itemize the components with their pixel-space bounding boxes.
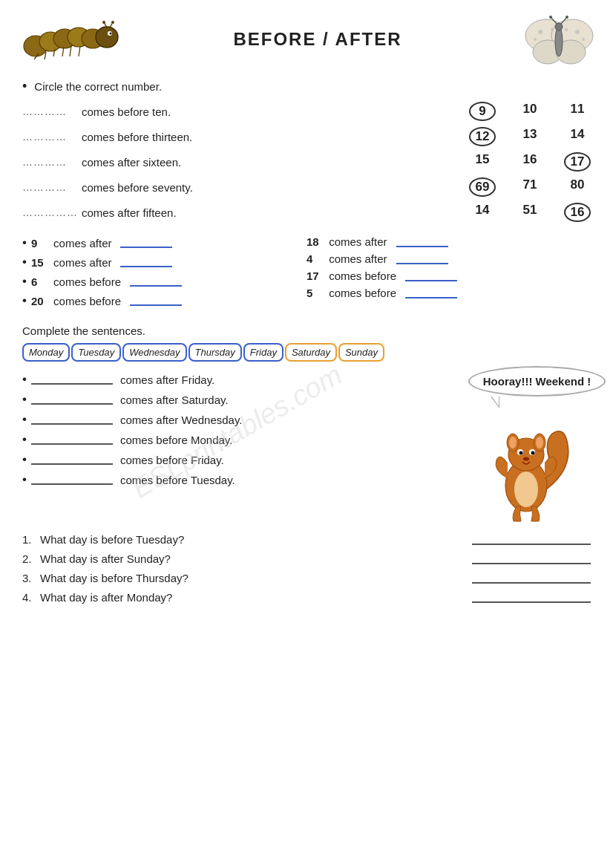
svg-point-7 — [110, 32, 112, 34]
fill-line — [120, 238, 172, 248]
circle-option[interactable]: 9 — [469, 102, 496, 121]
circle-row: …………comes before ten.91011 — [22, 102, 591, 121]
svg-point-24 — [565, 28, 568, 31]
sentence-row: • comes before Friday. — [22, 452, 461, 467]
day-box: Friday — [243, 343, 283, 362]
sentence-blank — [31, 454, 113, 465]
day-box: Monday — [22, 343, 70, 362]
svg-point-5 — [96, 27, 118, 48]
fill-row-left: • 9 comes after — [22, 235, 306, 250]
question-answer-line — [472, 593, 591, 603]
fill-num: 15 — [31, 256, 47, 269]
sentence-blank — [31, 414, 113, 425]
day-box: Wednesday — [122, 343, 186, 362]
fill-line — [405, 288, 457, 298]
sentence-text: comes before Friday. — [120, 454, 224, 466]
bullet-icon: • — [22, 392, 27, 407]
circle-dots: ………… — [22, 131, 82, 143]
bullet-icon: • — [22, 412, 27, 427]
fill-phrase: comes after — [50, 237, 112, 249]
questions-container: 1. What day is before Tuesday? 2. What d… — [22, 533, 591, 604]
fill-row-right: 4 comes after — [306, 252, 591, 265]
circle-option[interactable]: 71 — [517, 177, 543, 197]
complete-label: Complete the sentences. — [22, 324, 591, 337]
fill-num: 9 — [31, 237, 47, 249]
fill-two-col: • 9 comes after • 15 comes after • 6 com… — [22, 235, 591, 313]
circle-option[interactable]: 14 — [469, 203, 496, 222]
circle-option[interactable]: 11 — [564, 102, 591, 121]
fill-line — [396, 254, 448, 264]
question-number: 4. — [22, 591, 36, 604]
sentence-text: comes before Tuesday. — [120, 474, 235, 486]
circle-option[interactable]: 14 — [564, 127, 591, 146]
question-answer-line — [472, 535, 591, 545]
question-answer-line — [472, 573, 591, 584]
svg-point-45 — [523, 457, 529, 461]
fill-phrase: comes before — [326, 287, 396, 299]
question-number: 3. — [22, 572, 36, 584]
question-row: 3. What day is before Thursday? — [22, 572, 591, 584]
question-row: 2. What day is after Sunday? — [22, 552, 591, 565]
moth-icon — [524, 13, 591, 65]
circle-options: 145116 — [398, 203, 591, 222]
svg-point-25 — [582, 38, 585, 41]
svg-point-10 — [102, 21, 105, 24]
svg-point-20 — [538, 30, 542, 34]
sentences-col: • comes after Friday.• comes after Satur… — [22, 372, 461, 492]
circle-option[interactable]: 16 — [517, 152, 543, 172]
sentence-row: • comes before Monday. — [22, 432, 461, 447]
sentence-text: comes after Wednesday. — [120, 414, 243, 426]
svg-point-40 — [536, 437, 543, 448]
svg-point-29 — [555, 23, 563, 30]
circle-options: 91011 — [398, 102, 591, 121]
svg-point-35 — [514, 471, 538, 507]
circle-phrase: comes after sixteen. — [82, 156, 398, 169]
circle-rows: …………comes before ten.91011…………comes befo… — [22, 102, 591, 222]
circle-option[interactable]: 12 — [469, 127, 496, 146]
circle-option[interactable]: 15 — [469, 152, 496, 172]
fill-phrase: comes before — [50, 295, 121, 307]
circle-instruction: • Circle the correct number. — [22, 79, 591, 94]
bullet-icon: • — [22, 79, 27, 94]
circle-option[interactable]: 80 — [564, 177, 591, 197]
day-box: Saturday — [285, 343, 337, 362]
circle-dots: ………… — [22, 181, 82, 193]
fill-phrase: comes after — [326, 235, 387, 248]
circle-options: 121314 — [398, 127, 591, 146]
circle-option[interactable]: 17 — [564, 152, 591, 172]
circle-option[interactable]: 69 — [469, 177, 496, 197]
circle-option[interactable]: 51 — [517, 203, 543, 222]
speech-bubble: Hooray!!! Weekend ! — [468, 366, 606, 397]
sentence-text: comes after Friday. — [120, 373, 214, 386]
sentence-blank — [31, 434, 113, 445]
fill-line — [396, 237, 448, 247]
speech-bubble-wrap: Hooray!!! Weekend ! — [468, 366, 606, 397]
circle-option[interactable]: 13 — [517, 127, 543, 146]
svg-point-33 — [566, 16, 568, 19]
sentences-section: • comes after Friday.• comes after Satur… — [22, 372, 591, 523]
bullet-icon: • — [22, 472, 27, 487]
svg-point-39 — [509, 437, 517, 448]
bullet-icon: • — [22, 452, 27, 467]
circle-phrase: comes before seventy. — [82, 181, 398, 194]
circle-dots: …………… — [22, 206, 82, 218]
fill-num: 17 — [306, 270, 323, 282]
page-header: BEFORE / AFTER — [22, 13, 591, 65]
svg-line-17 — [79, 46, 80, 56]
circle-option[interactable]: 10 — [517, 102, 543, 121]
circle-dots: ………… — [22, 156, 82, 168]
fill-num: 5 — [306, 287, 323, 299]
circle-phrase: comes after fifteen. — [82, 206, 398, 219]
question-row: 1. What day is before Tuesday? — [22, 533, 591, 546]
days-strip: MondayTuesdayWednesdayThursdayFridaySatu… — [22, 343, 591, 362]
fill-phrase: comes before — [50, 275, 121, 288]
circle-option[interactable]: 16 — [564, 203, 591, 222]
bullet-icon: • — [22, 255, 27, 270]
svg-point-32 — [549, 16, 552, 19]
svg-point-22 — [534, 38, 537, 41]
question-text: What day is after Monday? — [40, 591, 462, 604]
bullet-icon: • — [22, 235, 27, 250]
sentence-text: comes after Saturday. — [120, 394, 229, 406]
sentence-row: • comes before Tuesday. — [22, 472, 461, 487]
sentence-row: • comes after Saturday. — [22, 392, 461, 407]
